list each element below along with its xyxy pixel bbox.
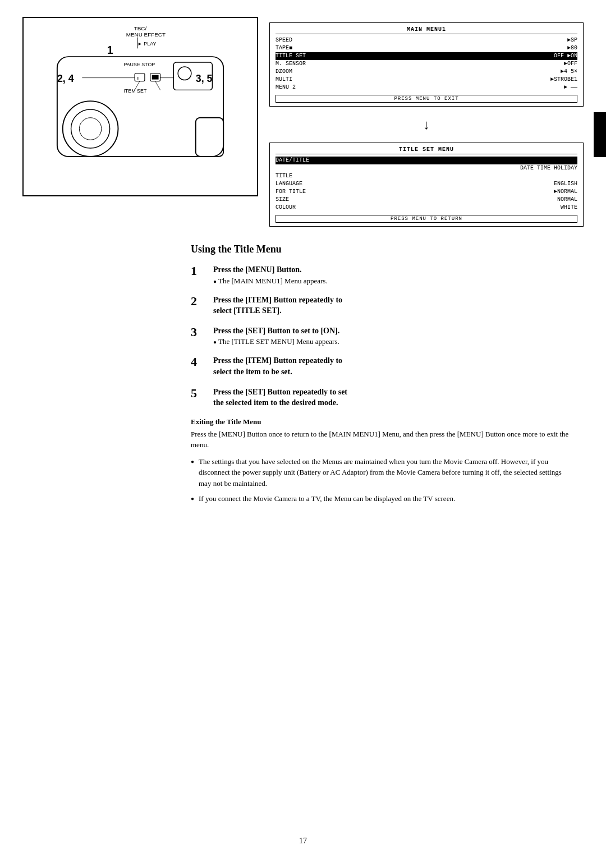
svg-text:MENU EFFECT: MENU EFFECT xyxy=(126,31,166,38)
svg-text:II: II xyxy=(137,76,139,81)
menu-row-multi: MULTI ►STROBE1 xyxy=(276,76,577,84)
step-3-content: Press the [SET] Button to set to [ON]. T… xyxy=(213,325,572,347)
title-set-row-date: DATE/TITLE xyxy=(276,157,577,164)
main-menu-title: MAIN MENU1 xyxy=(276,26,577,34)
menu-row-msensor: M. SENSOR ►OFF xyxy=(276,60,577,68)
title-set-row-fortitle: FOR TITLE ►NORMAL xyxy=(276,188,577,196)
step-5-main: Press the [SET] Button repeatedly to set… xyxy=(213,387,572,408)
step-2-main: Press the [ITEM] Button repeatedly tosel… xyxy=(213,295,572,316)
step-4-content: Press the [ITEM] Button repeatedly tosel… xyxy=(213,355,572,377)
step-5: 5 Press the [SET] Button repeatedly to s… xyxy=(191,387,572,408)
svg-text:2, 4: 2, 4 xyxy=(57,73,74,84)
step-1-number: 1 xyxy=(191,264,206,278)
exit-title: Exiting the Title Menu xyxy=(191,417,572,426)
title-set-row-size: SIZE NORMAL xyxy=(276,196,577,204)
section-title: Using the Title Menu xyxy=(191,244,572,255)
svg-rect-7 xyxy=(57,57,223,157)
menu-row-titleset: TITLE SET OFF ►ON xyxy=(276,52,577,60)
svg-text:1: 1 xyxy=(107,44,113,56)
svg-rect-19 xyxy=(152,75,159,80)
arrow-down-icon: ↓ xyxy=(269,118,584,131)
step-4-main: Press the [ITEM] Button repeatedly tosel… xyxy=(213,355,572,377)
step-3: 3 Press the [SET] Button to set to [ON].… xyxy=(191,325,572,347)
menu-row-menu2: MENU 2 ► —— xyxy=(276,84,577,91)
menu-row-tape: TAPE■ ►80 xyxy=(276,44,577,52)
menu-diagrams: MAIN MENU1 SPEED ►SP TAPE■ ►80 TITLE SET… xyxy=(269,17,584,227)
svg-point-9 xyxy=(71,109,110,148)
svg-text:► PLAY: ► PLAY xyxy=(137,41,156,47)
step-5-content: Press the [SET] Button repeatedly to set… xyxy=(213,387,572,408)
menu-row-dzoom: DZOOM ►4 5× xyxy=(276,68,577,76)
svg-text:TBC/: TBC/ xyxy=(134,25,147,31)
svg-text:3, 5: 3, 5 xyxy=(196,73,213,84)
step-1-note: The [MAIN MENU1] Menu appears. xyxy=(213,277,572,286)
page-number: 17 xyxy=(0,837,606,846)
step-1-main: Press the [MENU] Button. xyxy=(213,264,572,275)
step-4: 4 Press the [ITEM] Button repeatedly tos… xyxy=(191,355,572,377)
top-section: TBC/ MENU EFFECT ► PLAY 1 2, 4 3, 5 xyxy=(0,0,606,238)
svg-rect-12 xyxy=(196,118,223,157)
content-section: Using the Title Menu 1 Press the [MENU] … xyxy=(0,238,606,531)
step-3-main: Press the [SET] Button to set to [ON]. xyxy=(213,325,572,337)
bullet-2: If you connect the Movie Camera to a TV,… xyxy=(191,493,572,504)
step-3-note: The [TITLE SET MENU] Menu appears. xyxy=(213,337,572,346)
svg-line-23 xyxy=(155,81,160,90)
title-set-row-datetime: DATE TIME HOLIDAY xyxy=(276,164,577,172)
camera-diagram: TBC/ MENU EFFECT ► PLAY 1 2, 4 3, 5 xyxy=(22,17,258,196)
svg-point-10 xyxy=(79,118,102,140)
svg-rect-16 xyxy=(135,74,145,81)
step-1: 1 Press the [MENU] Button. The [MAIN MEN… xyxy=(191,264,572,286)
title-set-menu-box: TITLE SET MENU DATE/TITLE DATE TIME HOLI… xyxy=(269,143,584,227)
title-set-row-language: LANGUAGE ENGLISH xyxy=(276,180,577,188)
title-set-row-colour: COLOUR WHITE xyxy=(276,204,577,212)
svg-text:PAUSE  STOP: PAUSE STOP xyxy=(123,62,155,67)
step-3-number: 3 xyxy=(191,325,206,339)
menu-row-speed: SPEED ►SP xyxy=(276,36,577,44)
step-2-content: Press the [ITEM] Button repeatedly tosel… xyxy=(213,295,572,316)
title-set-menu-title: TITLE SET MENU xyxy=(276,146,577,154)
main-menu-box: MAIN MENU1 SPEED ►SP TAPE■ ►80 TITLE SET… xyxy=(269,22,584,107)
svg-point-13 xyxy=(178,67,191,80)
step-4-number: 4 xyxy=(191,355,206,369)
step-2: 2 Press the [ITEM] Button repeatedly tos… xyxy=(191,295,572,316)
step-2-number: 2 xyxy=(191,295,206,308)
side-tab xyxy=(594,112,606,157)
main-menu-footer: PRESS MENU TO EXIT xyxy=(276,95,577,103)
step-1-content: Press the [MENU] Button. The [MAIN MENU1… xyxy=(213,264,572,286)
step-5-number: 5 xyxy=(191,387,206,400)
bullet-1: The settings that you have selected on t… xyxy=(191,456,572,489)
exit-body: Press the [MENU] Button once to return t… xyxy=(191,429,572,451)
title-set-menu-footer: PRESS MENU TO RETURN xyxy=(276,215,577,223)
title-set-row-title: TITLE xyxy=(276,172,577,180)
